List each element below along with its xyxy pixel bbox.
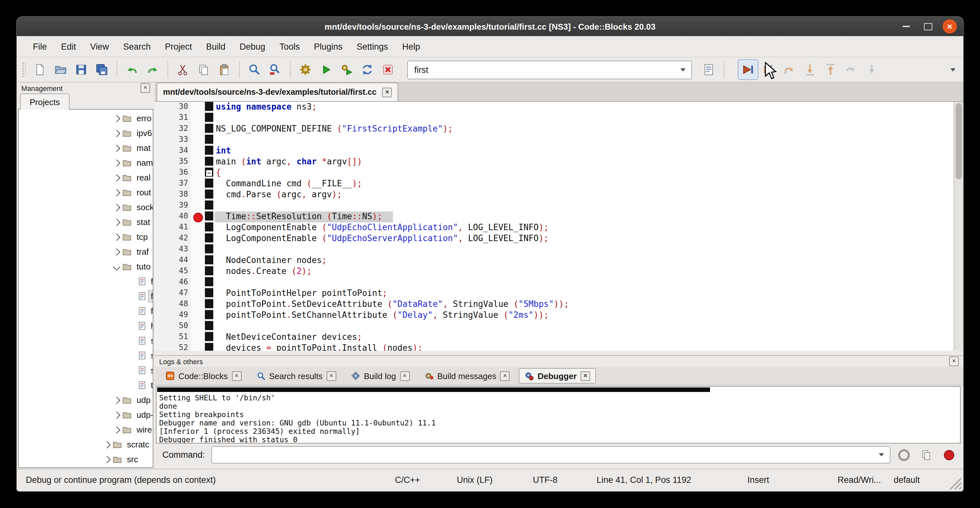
- breakpoint-marker[interactable]: [193, 213, 203, 222]
- tree-item-ipv6[interactable]: ipv6: [19, 126, 153, 140]
- tree-item-he[interactable]: he: [19, 318, 153, 333]
- combo-chevron-down-icon[interactable]: [680, 68, 686, 71]
- step-into-instruction-button[interactable]: [861, 59, 882, 80]
- title-bar[interactable]: mnt/dev/tools/source/ns-3-dev/examples/t…: [17, 17, 963, 36]
- paste-button[interactable]: [214, 59, 234, 80]
- new-file-button[interactable]: [30, 59, 50, 80]
- code-line-38[interactable]: cmd.Parse (argc, argv);: [216, 190, 342, 201]
- tree-item-six[interactable]: six: [19, 363, 153, 378]
- chevron-right-icon[interactable]: [113, 411, 121, 419]
- code-line-32[interactable]: NS_LOG_COMPONENT_DEFINE ("FirstScriptExa…: [216, 124, 453, 135]
- save-all-button[interactable]: [91, 59, 112, 80]
- menu-item-file[interactable]: File: [26, 38, 54, 54]
- find-button[interactable]: [244, 59, 265, 80]
- editor-tab-close-icon[interactable]: ×: [382, 88, 392, 97]
- editor-tab-first-cc[interactable]: mnt/dev/tools/source/ns-3-dev/examples/t…: [157, 83, 399, 101]
- logs-close-icon[interactable]: ×: [949, 357, 959, 366]
- code-line-34[interactable]: int: [216, 146, 231, 157]
- tree-item-src[interactable]: src: [19, 452, 140, 467]
- code-line-51[interactable]: NetDeviceContainer devices;: [216, 332, 362, 343]
- rebuild-button[interactable]: [357, 59, 377, 80]
- close-button[interactable]: ×: [943, 19, 957, 33]
- next-instruction-button[interactable]: [841, 59, 861, 80]
- chevron-right-icon[interactable]: [113, 248, 121, 256]
- build-button[interactable]: [295, 59, 316, 80]
- tree-item-wire[interactable]: wire: [19, 422, 153, 437]
- abort-button[interactable]: [377, 59, 398, 80]
- tree-item-fo[interactable]: fo: [19, 304, 153, 318]
- logs-tab-debugger[interactable]: Debugger×: [519, 368, 596, 384]
- tree-item-udp[interactable]: udp: [19, 393, 153, 408]
- replace-button[interactable]: [265, 59, 285, 80]
- debug-continue-button[interactable]: [738, 59, 758, 80]
- debugger-copy-button[interactable]: [917, 446, 935, 463]
- fold-margin[interactable]: [205, 102, 213, 351]
- chevron-right-icon[interactable]: [113, 233, 121, 241]
- copy-button[interactable]: [193, 59, 214, 80]
- incremental-search-combo[interactable]: first: [407, 60, 692, 79]
- toolbar-overflow-chevron-icon[interactable]: [950, 68, 956, 71]
- chevron-right-icon[interactable]: [113, 130, 121, 137]
- menu-item-tools[interactable]: Tools: [272, 38, 307, 54]
- menu-item-debug[interactable]: Debug: [232, 38, 272, 54]
- chevron-right-icon[interactable]: [113, 159, 121, 167]
- chevron-right-icon[interactable]: [113, 426, 121, 433]
- logs-tab-search-results[interactable]: Search results×: [250, 368, 342, 384]
- menu-item-view[interactable]: View: [83, 38, 116, 54]
- tree-item-traf[interactable]: traf: [19, 244, 151, 259]
- breakpoint-margin[interactable]: [191, 102, 205, 351]
- tree-item-se[interactable]: se: [19, 348, 153, 363]
- code-line-35[interactable]: main (int argc, char *argv[]): [216, 157, 362, 167]
- logs-tab-close-icon[interactable]: ×: [581, 371, 590, 381]
- tree-item-rout[interactable]: rout: [19, 185, 153, 200]
- code-line-37[interactable]: CommandLine cmd (__FILE__);: [216, 178, 362, 190]
- tree-item-stat[interactable]: stat: [19, 215, 152, 229]
- menu-item-build[interactable]: Build: [199, 38, 232, 54]
- cut-button[interactable]: [173, 59, 193, 80]
- code-line-47[interactable]: PointToPointHelper pointToPoint;: [216, 288, 387, 299]
- code-line-52[interactable]: devices = pointToPoint.Install (nodes);: [216, 343, 423, 351]
- code-line-36[interactable]: {: [216, 167, 221, 178]
- tree-item-tuto[interactable]: tuto: [19, 259, 153, 274]
- menu-item-plugins[interactable]: Plugins: [307, 38, 350, 54]
- editor-logs-splitter[interactable]: [154, 351, 963, 355]
- logs-tab-code-blocks[interactable]: Code::Blocks×: [160, 368, 247, 384]
- chevron-right-icon[interactable]: [113, 144, 121, 152]
- menu-item-search[interactable]: Search: [116, 38, 158, 54]
- tree-item-mat[interactable]: mat: [19, 140, 153, 155]
- code-line-41[interactable]: LogComponentEnable ("UdpEchoClientApplic…: [216, 222, 549, 233]
- tree-item-th[interactable]: th: [19, 378, 153, 393]
- code-line-45[interactable]: nodes.Create (2);: [216, 266, 312, 277]
- tree-item-scratc[interactable]: scratc: [19, 437, 151, 452]
- tree-item-fir[interactable]: fir: [19, 289, 153, 304]
- management-close-icon[interactable]: ×: [140, 83, 150, 93]
- run-button[interactable]: [316, 59, 336, 80]
- logs-tab-close-icon[interactable]: ×: [232, 371, 241, 381]
- menu-item-help[interactable]: Help: [395, 38, 428, 54]
- chevron-right-icon[interactable]: [113, 218, 121, 226]
- chevron-right-icon[interactable]: [113, 115, 121, 122]
- open-file-button[interactable]: [50, 59, 71, 80]
- tree-item-nam[interactable]: nam: [19, 155, 153, 170]
- save-button[interactable]: [71, 59, 91, 80]
- logs-tab-close-icon[interactable]: ×: [500, 371, 510, 381]
- code-editor[interactable]: 3031323334353637383940414243444546474849…: [154, 102, 963, 351]
- menu-item-edit[interactable]: Edit: [54, 38, 83, 54]
- tree-item-se[interactable]: se: [19, 333, 153, 348]
- debugger-stop-button[interactable]: [939, 446, 958, 463]
- command-input[interactable]: [212, 446, 891, 463]
- tree-item-fif[interactable]: fif: [19, 274, 153, 289]
- code-line-48[interactable]: pointToPoint.SetDeviceAttribute ("DataRa…: [216, 299, 569, 310]
- debugger-attach-button[interactable]: [894, 446, 913, 463]
- tree-item-erro[interactable]: erro: [19, 111, 153, 126]
- tab-projects[interactable]: Projects: [20, 94, 70, 110]
- chevron-right-icon[interactable]: [113, 397, 121, 404]
- logs-tab-build-log[interactable]: Build log×: [345, 368, 415, 384]
- code-line-30[interactable]: using namespace ns3;: [216, 102, 317, 113]
- editor-vertical-scrollbar[interactable]: [954, 102, 963, 351]
- chevron-right-icon[interactable]: [113, 204, 121, 211]
- chevron-right-icon[interactable]: [103, 456, 111, 463]
- tree-item-sock[interactable]: sock: [19, 200, 153, 215]
- code-line-40[interactable]: Time::SetResolution (Time::NS);: [216, 212, 382, 222]
- code-line-44[interactable]: NodeContainer nodes;: [216, 255, 327, 266]
